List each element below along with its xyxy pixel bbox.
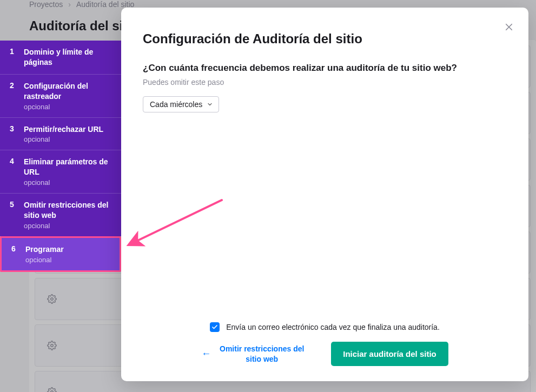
step-number: 5: [10, 200, 15, 230]
back-link-label: Omitir restricciones del sitio web: [219, 344, 305, 363]
step-number: 2: [10, 81, 15, 111]
settings-modal: Configuración de Auditoría del sitio ¿Co…: [121, 8, 528, 381]
step-skip-restrictions[interactable]: 5 Omitir restricciones del sitio web opc…: [0, 193, 121, 236]
step-number: 4: [10, 157, 15, 187]
step-optional-label: opcional: [24, 103, 113, 111]
step-remove-url-params[interactable]: 4 Eliminar parámetros de URL opcional: [0, 150, 121, 193]
close-icon: [504, 22, 514, 32]
step-optional-label: opcional: [24, 135, 103, 143]
step-allow-deny-url[interactable]: 3 Permitir/rechazar URL opcional: [0, 117, 121, 150]
step-label: Dominio y límite de páginas: [24, 47, 113, 68]
email-checkbox[interactable]: [210, 322, 220, 332]
step-domain-limit[interactable]: 1 Dominio y límite de páginas: [0, 41, 121, 74]
step-label: Eliminar parámetros de URL: [24, 157, 113, 177]
close-button[interactable]: [501, 19, 517, 35]
step-number: 1: [10, 47, 15, 68]
step-label: Configuración del rastreador: [24, 81, 113, 102]
modal-footer: Envía un correo electrónico cada vez que…: [143, 322, 507, 366]
step-number: 3: [10, 124, 15, 144]
step-label: Permitir/rechazar URL: [24, 124, 103, 135]
check-icon: [211, 324, 218, 330]
step-optional-label: opcional: [25, 256, 64, 264]
footer-actions: ← Omitir restricciones del sitio web Ini…: [143, 342, 507, 366]
arrow-left-icon: ←: [201, 348, 211, 360]
step-optional-label: opcional: [24, 222, 113, 230]
frequency-select[interactable]: Cada miércoles: [143, 96, 219, 112]
step-crawler-config[interactable]: 2 Configuración del rastreador opcional: [0, 74, 121, 117]
step-schedule[interactable]: 6 Programar opcional: [0, 236, 121, 272]
checkbox-label: Envía un correo electrónico cada vez que…: [226, 323, 440, 331]
select-value: Cada miércoles: [150, 100, 202, 109]
chevron-down-icon: [207, 101, 213, 108]
back-link[interactable]: ← Omitir restricciones del sitio web: [201, 344, 305, 363]
modal-hint: Puedes omitir este paso: [143, 78, 507, 87]
step-optional-label: opcional: [24, 178, 113, 187]
wizard-sidebar: 1 Dominio y límite de páginas 2 Configur…: [0, 41, 121, 272]
modal-title: Configuración de Auditoría del sitio: [143, 31, 507, 46]
step-number: 6: [11, 244, 17, 264]
email-checkbox-row: Envía un correo electrónico cada vez que…: [210, 322, 440, 332]
start-audit-button[interactable]: Iniciar auditoría del sitio: [331, 342, 448, 366]
step-label: Omitir restricciones del sitio web: [24, 200, 113, 221]
step-label: Programar: [25, 244, 64, 255]
modal-question: ¿Con cuánta frecuencia debemos realizar …: [143, 62, 507, 75]
